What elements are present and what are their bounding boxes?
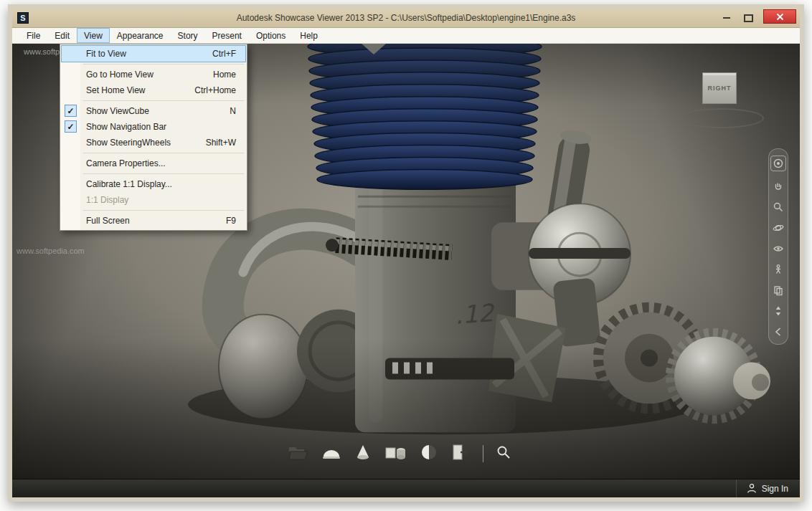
updown-arrows-icon[interactable] (773, 305, 784, 317)
menu-item-label: Set Home View (86, 85, 145, 95)
shade-dome-icon[interactable] (321, 443, 341, 464)
half-sphere-icon[interactable] (420, 443, 438, 464)
statusbar: Sign In (12, 479, 800, 497)
menu-item-camera-properties[interactable]: Camera Properties... (62, 156, 245, 171)
menu-item-full-screen[interactable]: Full Screen F9 (62, 213, 245, 229)
close-icon (776, 13, 784, 21)
toolbar-separator (483, 445, 483, 462)
close-button[interactable] (763, 9, 796, 24)
navigation-bar (768, 148, 788, 345)
magnifier-icon[interactable] (496, 444, 511, 463)
app-icon[interactable]: S (17, 12, 29, 24)
maximize-icon (744, 14, 753, 22)
sign-in-button[interactable]: Sign In (736, 479, 800, 497)
cone-tool-icon[interactable] (354, 443, 372, 464)
sign-in-label: Sign In (762, 484, 788, 494)
menubar: File Edit View Appearance Story Present … (12, 28, 800, 44)
menu-item-show-steeringwheels[interactable]: Show SteeringWheels Shift+W (62, 135, 245, 151)
menu-help[interactable]: Help (293, 29, 324, 42)
zoom-icon[interactable] (773, 201, 784, 213)
menu-separator (83, 100, 244, 101)
viewcube-face-right[interactable]: RIGHT (702, 72, 737, 104)
menu-item-fit-to-view[interactable]: Fit to View Ctrl+F (62, 46, 245, 62)
menu-item-shortcut: F9 (226, 216, 236, 226)
menu-options[interactable]: Options (250, 29, 292, 42)
minimize-button[interactable] (716, 9, 737, 27)
orbit-icon[interactable] (773, 222, 784, 234)
minimize-icon (723, 17, 730, 19)
layers-icon[interactable] (773, 285, 784, 296)
menu-item-shortcut: Home (213, 70, 236, 80)
menu-edit[interactable]: Edit (48, 29, 76, 42)
viewcube-face-label: RIGHT (708, 85, 732, 92)
menu-item-show-navigation-bar[interactable]: ✓ Show Navigation Bar (62, 119, 245, 135)
checkmark-icon: ✓ (65, 105, 77, 117)
view-menu-popup: Fit to View Ctrl+F Go to Home View Home … (60, 44, 247, 231)
menu-item-1-1-display: 1:1 Display (62, 192, 245, 208)
pan-hand-icon[interactable] (773, 181, 784, 192)
menu-item-label: Camera Properties... (86, 158, 166, 168)
menu-file[interactable]: File (20, 29, 47, 42)
exit-door-icon[interactable] (450, 443, 471, 464)
menu-item-go-to-home-view[interactable]: Go to Home View Home (62, 67, 245, 82)
menu-present[interactable]: Present (206, 29, 248, 42)
menu-item-show-viewcube[interactable]: ✓ Show ViewCube N (62, 103, 245, 119)
titlebar[interactable]: S Autodesk Showcase Viewer 2013 SP2 - C:… (12, 9, 800, 28)
open-folder-icon[interactable] (288, 443, 309, 464)
menu-item-shortcut: N (230, 106, 236, 116)
menu-separator (83, 64, 244, 65)
person-icon (747, 483, 757, 494)
menu-story[interactable]: Story (171, 29, 204, 42)
menu-item-set-home-view[interactable]: Set Home View Ctrl+Home (62, 82, 245, 98)
menu-item-label: Show Navigation Bar (86, 122, 166, 132)
viewcube[interactable]: RIGHT (676, 72, 763, 128)
menu-appearance[interactable]: Appearance (110, 29, 170, 42)
menu-item-calibrate-display[interactable]: Calibrate 1:1 Display... (62, 176, 245, 192)
app-window: S Autodesk Showcase Viewer 2013 SP2 - C:… (8, 4, 804, 502)
viewcube-compass-ring[interactable] (678, 108, 764, 128)
look-eye-icon[interactable] (773, 243, 784, 254)
menu-separator (83, 153, 244, 153)
menu-view[interactable]: View (77, 29, 109, 42)
viewport-toolbar (288, 443, 511, 464)
menu-item-label: Show ViewCube (86, 106, 149, 116)
menu-separator (83, 173, 244, 174)
window-title: Autodesk Showcase Viewer 2013 SP2 - C:\U… (12, 13, 800, 23)
steering-wheel-icon[interactable] (770, 156, 786, 171)
engine-displacement-label: .12 (454, 298, 496, 330)
maximize-button[interactable] (737, 9, 759, 27)
menu-item-label: Show SteeringWheels (86, 138, 171, 148)
menu-item-label: Fit to View (86, 49, 126, 59)
menu-item-label: Calibrate 1:1 Display... (86, 179, 172, 189)
menu-item-label: 1:1 Display (86, 195, 128, 205)
menu-item-shortcut: Ctrl+Home (194, 85, 236, 95)
3d-viewport[interactable]: .12 www.softpedia.com www.softpedia.com … (12, 44, 800, 479)
primitives-icon[interactable] (384, 443, 407, 464)
menu-separator (83, 210, 244, 211)
caption-buttons (716, 9, 800, 27)
menu-item-label: Go to Home View (86, 70, 154, 80)
collapse-arrow-icon[interactable] (773, 326, 784, 338)
walk-icon[interactable] (773, 264, 784, 275)
menu-item-shortcut: Shift+W (206, 138, 236, 148)
menu-item-shortcut: Ctrl+F (212, 49, 236, 59)
checkmark-icon: ✓ (65, 120, 77, 133)
menu-item-label: Full Screen (86, 216, 130, 226)
